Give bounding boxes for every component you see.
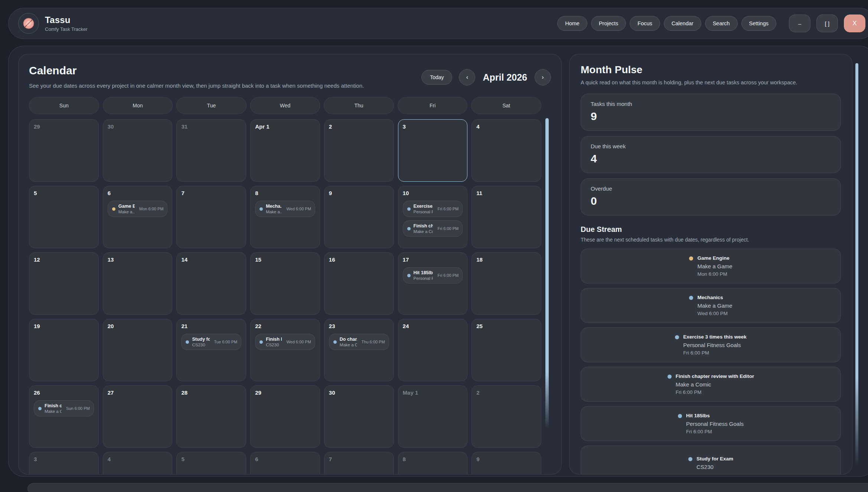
day-cell[interactable]: 30 <box>324 385 394 448</box>
due-stream-item-texts: Study for ExamCS230 <box>696 456 733 470</box>
day-cell[interactable]: 5 <box>29 186 99 248</box>
due-stream-project: CS230 <box>696 464 733 470</box>
day-cell[interactable]: 11 <box>471 186 541 248</box>
event-pill[interactable]: Game E...Make a...Mon 6:00 PM <box>108 201 168 217</box>
day-cell[interactable]: 27 <box>103 385 173 448</box>
day-cell[interactable]: 26Finish c...Make a C...Sun 6:00 PM <box>29 385 99 448</box>
task-color-dot-icon <box>689 256 693 260</box>
day-cell[interactable]: 8Mecha...Make a...Wed 6:00 PM <box>250 186 320 248</box>
day-cell[interactable]: 7 <box>176 186 246 248</box>
day-number: 7 <box>329 456 389 462</box>
day-number: 2 <box>476 389 536 396</box>
due-stream-project: Make a Game <box>697 302 732 309</box>
minimize-button[interactable]: – <box>789 14 810 32</box>
event-pill[interactable]: Study fo...CS230Tue 6:00 PM <box>181 334 241 350</box>
day-number: 3 <box>403 123 463 130</box>
event-pill[interactable]: Mecha...Make a...Wed 6:00 PM <box>255 201 315 217</box>
nav-button-focus[interactable]: Focus <box>630 16 660 31</box>
day-cell[interactable]: 31 <box>176 119 246 182</box>
event-pill[interactable]: Do char...Make a C...Thu 6:00 PM <box>329 334 389 350</box>
day-cell[interactable]: 23Do char...Make a C...Thu 6:00 PM <box>324 319 394 381</box>
day-cell[interactable]: 2 <box>324 119 394 182</box>
due-stream-item[interactable]: Finish chapter review with EditorMake a … <box>581 367 841 402</box>
calendar-scrollbar[interactable] <box>545 118 549 428</box>
day-cell[interactable]: 29 <box>250 385 320 448</box>
event-pill[interactable]: Finish P...CS230Wed 6:00 PM <box>255 334 315 350</box>
due-stream-task-title: Finish chapter review with Editor <box>676 373 754 379</box>
nav-button-home[interactable]: Home <box>557 16 587 31</box>
day-cell[interactable]: 13 <box>103 252 173 315</box>
prev-month-button[interactable]: ‹ <box>459 69 475 85</box>
nav-button-search[interactable]: Search <box>705 16 738 31</box>
day-cell-today[interactable]: 3 <box>398 119 468 182</box>
day-cell[interactable]: 16 <box>324 252 394 315</box>
day-cell[interactable]: May 1 <box>398 385 468 448</box>
due-stream-item[interactable]: Exercise 3 times this weekPersonal Fitne… <box>581 327 841 362</box>
due-stream-item[interactable]: Hit 185lbsPersonal Fitness GoalsFri 6:00… <box>581 406 841 441</box>
day-cell[interactable]: 17Hit 185lbsPersonal F...Fri 6:00 PM <box>398 252 468 315</box>
event-pill[interactable]: Finish ch...Make a Co...Fri 6:00 PM <box>403 220 463 237</box>
day-number: 27 <box>108 389 168 396</box>
close-button[interactable]: X <box>844 14 865 32</box>
event-color-dot-icon <box>260 207 263 211</box>
day-cell[interactable]: 15 <box>250 252 320 315</box>
day-cell[interactable]: 21Study fo...CS230Tue 6:00 PM <box>176 319 246 381</box>
due-stream-subtitle: These are the next scheduled tasks with … <box>581 237 841 243</box>
day-cell[interactable]: 9 <box>324 186 394 248</box>
today-button[interactable]: Today <box>421 70 452 85</box>
due-stream-item-texts: MechanicsMake a GameWed 6:00 PM <box>697 295 732 316</box>
day-cell[interactable]: 14 <box>176 252 246 315</box>
due-stream-item[interactable]: MechanicsMake a GameWed 6:00 PM <box>581 288 841 323</box>
day-number: 4 <box>476 123 536 130</box>
day-cell[interactable]: 30 <box>103 119 173 182</box>
day-cell[interactable]: 7 <box>324 452 394 475</box>
next-month-button[interactable]: › <box>535 69 551 85</box>
day-cell[interactable]: 2 <box>471 385 541 448</box>
nav-button-settings[interactable]: Settings <box>741 16 776 31</box>
day-number: 29 <box>255 389 315 396</box>
day-cell[interactable]: 29 <box>29 119 99 182</box>
maximize-button[interactable]: [ ] <box>816 14 838 32</box>
day-cell[interactable]: 12 <box>29 252 99 315</box>
page-scrollbar[interactable] <box>855 63 858 466</box>
nav-button-calendar[interactable]: Calendar <box>664 16 701 31</box>
day-cell[interactable]: Apr 1 <box>250 119 320 182</box>
day-number: 20 <box>108 323 168 329</box>
day-cell[interactable]: 9 <box>471 452 541 475</box>
day-events: Finish P...CS230Wed 6:00 PM <box>255 334 315 350</box>
day-cell[interactable]: 3 <box>29 452 99 475</box>
day-cell[interactable]: 28 <box>176 385 246 448</box>
day-cell[interactable]: 24 <box>398 319 468 381</box>
due-stream-task-title: Exercise 3 times this week <box>683 334 746 340</box>
nav-button-projects[interactable]: Projects <box>591 16 626 31</box>
event-project: Make a... <box>118 210 135 214</box>
event-title: Exercise... <box>414 204 433 209</box>
due-stream-item[interactable]: Study for ExamCS230 <box>581 446 841 475</box>
event-project: Make a Co... <box>414 229 433 234</box>
task-color-dot-icon <box>689 296 693 300</box>
event-pill[interactable]: Exercise...Personal F...Fri 6:00 PM <box>403 201 463 217</box>
weekday-header-tue: Tue <box>176 97 247 114</box>
day-cell[interactable]: 10Exercise...Personal F...Fri 6:00 PMFin… <box>398 186 468 248</box>
day-cell[interactable]: 22Finish P...CS230Wed 6:00 PM <box>250 319 320 381</box>
day-cell[interactable]: 19 <box>29 319 99 381</box>
day-events: Mecha...Make a...Wed 6:00 PM <box>255 201 315 217</box>
day-cell[interactable]: 4 <box>103 452 173 475</box>
day-cell[interactable]: 5 <box>176 452 246 475</box>
day-number: 19 <box>34 323 94 329</box>
event-pill[interactable]: Hit 185lbsPersonal F...Fri 6:00 PM <box>403 267 463 284</box>
day-cell[interactable]: 8 <box>398 452 468 475</box>
event-pill[interactable]: Finish c...Make a C...Sun 6:00 PM <box>34 400 94 417</box>
day-number: 5 <box>181 456 241 462</box>
weekday-header-sat: Sat <box>471 97 541 114</box>
calendar-grid: 293031Apr 123456Game E...Make a...Mon 6:… <box>29 119 541 475</box>
day-cell[interactable]: 4 <box>471 119 541 182</box>
event-title: Hit 185lbs <box>414 270 433 275</box>
day-cell[interactable]: 6Game E...Make a...Mon 6:00 PM <box>103 186 173 248</box>
day-cell[interactable]: 20 <box>103 319 173 381</box>
day-number: 3 <box>34 456 94 462</box>
day-cell[interactable]: 6 <box>250 452 320 475</box>
day-cell[interactable]: 18 <box>471 252 541 315</box>
day-cell[interactable]: 25 <box>471 319 541 381</box>
due-stream-item[interactable]: Game EngineMake a GameMon 6:00 PM <box>581 249 841 284</box>
